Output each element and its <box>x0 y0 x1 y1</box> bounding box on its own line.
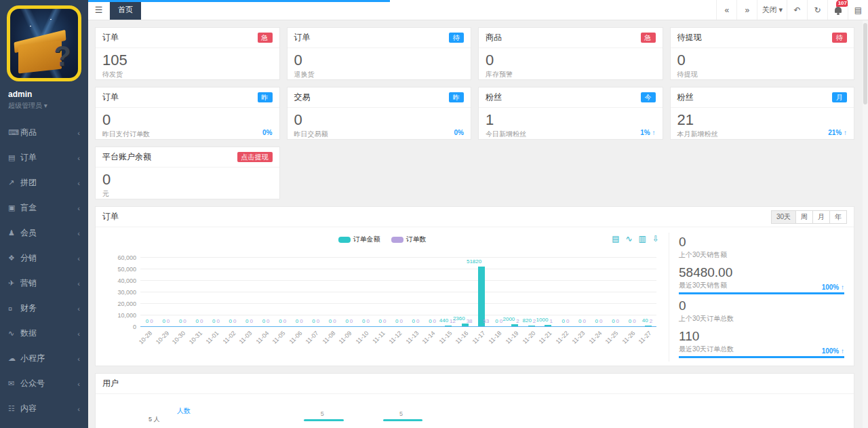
user-panel-header: 用户 <box>96 374 854 394</box>
data-view-icon[interactable]: ▤ <box>612 234 619 244</box>
refresh-button[interactable]: ↻ <box>807 0 827 20</box>
chart-column-10-31[interactable]: 0010-31 <box>191 257 208 326</box>
chart-column-11-04[interactable]: 0011-04 <box>257 257 274 326</box>
collapse-sidebar-button[interactable]: ☰ <box>88 0 110 20</box>
stat-label: 最近30天销售额 <box>679 280 844 292</box>
user-panel: 用户 人数 5 人 55 <box>95 373 854 428</box>
content: 订单急105待发货订单待0退换货商品急0库存预警待提现待0待提现 订单昨0昨日支… <box>88 20 868 428</box>
amount-label: 0 <box>612 318 614 324</box>
range-tab-月[interactable]: 月 <box>812 210 830 224</box>
data-chart-icon: ∿ <box>8 329 20 338</box>
x-axis-label: 11-25 <box>604 330 620 345</box>
chart-column-11-20[interactable]: 820211-20 <box>524 257 540 326</box>
vertical-scrollbar[interactable] <box>863 20 868 428</box>
chart-column-11-16[interactable]: 23603811-16 <box>456 257 473 326</box>
sidebar-item-订单[interactable]: ▤订单‹ <box>0 145 88 170</box>
chart-column-11-26[interactable]: 0011-26 <box>623 257 640 326</box>
sidebar-item-数据[interactable]: ∿数据‹ <box>0 321 88 346</box>
download-icon[interactable]: ⇩ <box>652 234 659 244</box>
member-icon: ♟ <box>8 229 20 237</box>
chart-column-10-29[interactable]: 0010-29 <box>157 257 174 326</box>
chart-column-11-06[interactable]: 0011-06 <box>290 257 307 326</box>
count-label: 0 <box>283 318 286 324</box>
chart-column-11-02[interactable]: 0011-02 <box>224 257 241 326</box>
chart-column-11-09[interactable]: 0011-09 <box>340 257 357 326</box>
topbar-spacer <box>141 0 716 20</box>
sidebar-item-商品[interactable]: ⌨商品‹ <box>0 120 88 145</box>
range-tab-年[interactable]: 年 <box>829 210 847 224</box>
sidebar-item-小程序[interactable]: ☁小程序‹ <box>0 346 88 371</box>
caret-down-icon: ▾ <box>44 102 47 109</box>
chart-column-10-30[interactable]: 0010-30 <box>174 257 191 326</box>
count-label: 0 <box>267 318 269 324</box>
chart-column-11-21[interactable]: 1000111-21 <box>540 257 557 326</box>
user-chart-legend[interactable]: 人数 <box>177 406 191 416</box>
chart-column-11-25[interactable]: 0011-25 <box>606 257 623 326</box>
chart-toolbox: ▤∿▥⇩ <box>612 234 659 244</box>
back-button[interactable]: ↶ <box>787 0 807 20</box>
sidebar-item-拼团[interactable]: ↗拼团‹ <box>0 170 88 195</box>
chevron-left-icon: ‹ <box>77 129 80 137</box>
sidebar-item-公众号[interactable]: ✉公众号‹ <box>0 371 88 396</box>
chart-column-11-23[interactable]: 0011-23 <box>573 257 590 326</box>
legend-订单数[interactable]: 订单数 <box>391 235 427 244</box>
chart-column-11-03[interactable]: 0011-03 <box>240 257 257 326</box>
sidebar-item-财务[interactable]: ¤财务‹ <box>0 296 88 321</box>
message-list-button[interactable]: ▤ <box>848 0 868 20</box>
card-percent: 0% <box>262 129 272 136</box>
app-logo[interactable]: ? <box>7 5 81 81</box>
card-body: 105待发货 <box>96 48 279 79</box>
amount-label: 0 <box>279 318 281 324</box>
x-axis-label: 10-31 <box>188 330 203 345</box>
range-tab-30天[interactable]: 30天 <box>771 210 796 224</box>
line-chart-icon[interactable]: ∿ <box>626 234 633 244</box>
sidebar-item-盲盒[interactable]: ▣盲盒‹ <box>0 195 88 220</box>
amount-label: 51820 <box>467 258 481 265</box>
sidebar-item-设置[interactable]: ⚙设置‹ <box>0 421 88 428</box>
card-label: 昨日交易额 <box>294 130 465 139</box>
chart-column-11-22[interactable]: 0011-22 <box>557 257 574 326</box>
x-axis-label: 11-13 <box>404 330 420 345</box>
user-role-dropdown[interactable]: 超级管理员 ▾ <box>8 101 80 111</box>
tab-首页[interactable]: 首页 <box>110 0 141 20</box>
count-label: 0 <box>333 318 336 324</box>
close-tabs-dropdown[interactable]: 关闭 ▾ <box>757 0 787 20</box>
chart-column-11-24[interactable]: 0011-24 <box>590 257 607 326</box>
chevron-left-icon: ‹ <box>77 330 80 338</box>
amount-label: 0 <box>429 318 431 324</box>
scroll-tabs-right-button[interactable]: » <box>736 0 757 20</box>
legend-订单金额[interactable]: 订单金额 <box>338 235 380 244</box>
chart-column-11-19[interactable]: 2000211-19 <box>507 257 524 326</box>
scrollbar-thumb[interactable] <box>863 23 867 104</box>
range-tab-周[interactable]: 周 <box>795 210 813 224</box>
laptop-icon: ⌨ <box>8 128 20 137</box>
sidebar-item-分销[interactable]: ❖分销‹ <box>0 246 88 271</box>
stat-label: 最近30天订单总数 <box>679 344 844 356</box>
chart-column-11-10[interactable]: 0011-10 <box>357 257 374 326</box>
chart-column-11-17[interactable]: 518205311-17 <box>473 257 490 326</box>
user-point-label: 5 <box>387 410 414 417</box>
sidebar-item-营销[interactable]: ✈营销‹ <box>0 271 88 296</box>
notifications-button[interactable]: 107 <box>827 0 848 20</box>
chart-column-11-13[interactable]: 0011-13 <box>407 257 424 326</box>
bar-chart-icon[interactable]: ▥ <box>639 234 646 244</box>
scroll-tabs-left-button[interactable]: « <box>716 0 736 20</box>
chart-column-11-12[interactable]: 0011-12 <box>390 257 407 326</box>
count-label: 1 <box>549 318 552 324</box>
chart-column-10-28[interactable]: 0010-28 <box>140 257 157 326</box>
x-axis-label: 11-01 <box>205 330 220 345</box>
chart-column-11-11[interactable]: 0011-11 <box>374 257 391 326</box>
sidebar-item-会员[interactable]: ♟会员‹ <box>0 220 88 246</box>
chart-column-11-05[interactable]: 0011-05 <box>273 257 290 326</box>
sidebar-item-内容[interactable]: ☷内容‹ <box>0 396 88 421</box>
status-badge: 今 <box>641 92 656 102</box>
chart-column-11-27[interactable]: 40211-27 <box>639 257 656 326</box>
status-badge[interactable]: 点击提现 <box>237 152 273 162</box>
chart-column-11-08[interactable]: 0011-08 <box>323 257 340 326</box>
tab-bar: 首页 <box>110 0 141 20</box>
amount-label: 0 <box>362 318 365 324</box>
chart-column-11-01[interactable]: 0011-01 <box>207 257 224 326</box>
chart-column-11-07[interactable]: 0011-07 <box>307 257 323 326</box>
count-label: 2 <box>650 318 652 324</box>
chart-column-11-14[interactable]: 0011-14 <box>423 257 440 326</box>
